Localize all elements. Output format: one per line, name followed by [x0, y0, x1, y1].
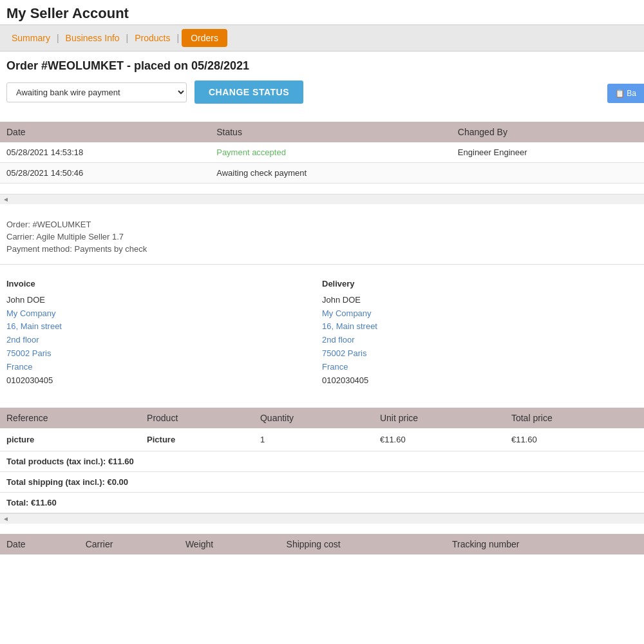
shipping-header-row: Date Carrier Weight Shipping cost Tracki… — [0, 534, 644, 554]
delivery-name: John DOE — [322, 294, 638, 307]
tab-summary[interactable]: Summary — [6, 25, 55, 51]
order-ref: Order: #WEOLUMKET — [6, 220, 638, 229]
invoice-name: John DOE — [6, 294, 322, 307]
table-row: picture Picture 1 €11.60 €11.60 — [0, 428, 644, 451]
invoice-country: France — [6, 361, 322, 374]
products-table: Reference Product Quantity Unit price To… — [0, 408, 644, 451]
history-date-2: 05/28/2021 14:50:46 — [0, 163, 210, 184]
scroll-indicator-1: ◄ — [0, 194, 644, 204]
total-label: Total: — [6, 498, 28, 507]
history-status-2: Awaiting check payment — [210, 163, 451, 184]
main-content: Order #WEOLUMKET - placed on 05/28/2021 … — [0, 52, 644, 122]
total-shipping-label: Total shipping (tax incl.): — [6, 477, 105, 487]
product-total-price: €11.60 — [505, 428, 644, 451]
shipping-table: Date Carrier Weight Shipping cost Tracki… — [0, 534, 644, 554]
nav-separator-3: | — [176, 33, 181, 43]
tab-products[interactable]: Products — [129, 25, 175, 51]
product-name: Picture — [140, 428, 254, 451]
shipping-col-tracking: Tracking number — [446, 534, 644, 554]
history-header-row: Date Status Changed By — [0, 122, 644, 142]
table-row: 05/28/2021 14:53:18 Payment accepted Eng… — [0, 142, 644, 163]
col-quantity: Quantity — [254, 408, 374, 428]
invoice-city-zip: 75002 Paris — [6, 347, 322, 361]
nav-separator-2: | — [125, 33, 130, 43]
product-quantity: 1 — [254, 428, 374, 451]
nav-bar: Summary | Business Info | Products | Ord… — [0, 24, 644, 52]
total-row: Total: €11.60 — [0, 493, 644, 513]
invoice-phone: 0102030405 — [6, 374, 322, 388]
delivery-company: My Company — [322, 307, 638, 321]
carrier-info: Carrier: Agile Multiple Seller 1.7 — [6, 232, 638, 242]
tab-orders[interactable]: Orders — [182, 29, 227, 47]
delivery-city-zip: 75002 Paris — [322, 347, 638, 361]
address-section: Invoice John DOE My Company 16, Main str… — [0, 271, 644, 393]
history-col-date: Date — [0, 122, 210, 142]
history-col-status: Status — [210, 122, 451, 142]
delivery-address1: 16, Main street — [322, 320, 638, 334]
top-right-button[interactable]: 📋 Ba — [607, 84, 644, 103]
shipping-col-carrier: Carrier — [79, 534, 179, 554]
shipping-col-date: Date — [0, 534, 79, 554]
invoice-address: Invoice John DOE My Company 16, Main str… — [6, 278, 322, 387]
order-info-section: Order: #WEOLUMKET Carrier: Agile Multipl… — [0, 212, 644, 265]
history-table: Date Status Changed By 05/28/2021 14:53:… — [0, 122, 644, 184]
col-unit-price: Unit price — [374, 408, 505, 428]
order-title: Order #WEOLUMKET - placed on 05/28/2021 — [6, 59, 638, 73]
page-header: My Seller Account — [0, 0, 644, 24]
total-shipping-row: Total shipping (tax incl.): €0.00 — [0, 472, 644, 493]
shipping-col-weight: Weight — [179, 534, 280, 554]
tab-business-info[interactable]: Business Info — [61, 25, 125, 51]
product-reference: picture — [0, 428, 140, 451]
delivery-label: Delivery — [322, 278, 638, 291]
col-total-price: Total price — [505, 408, 644, 428]
table-row: 05/28/2021 14:50:46 Awaiting check payme… — [0, 163, 644, 184]
scroll-left-arrow[interactable]: ◄ — [0, 196, 9, 203]
invoice-address1: 16, Main street — [6, 320, 322, 334]
history-status-1: Payment accepted — [210, 142, 451, 163]
total-products-label: Total products (tax incl.): — [6, 457, 106, 466]
total-shipping-value: €0.00 — [108, 477, 129, 487]
total-value: €11.60 — [31, 498, 57, 507]
col-reference: Reference — [0, 408, 140, 428]
change-status-button[interactable]: CHANGE STATUS — [194, 80, 303, 104]
total-products-row: Total products (tax incl.): €11.60 — [0, 451, 644, 472]
delivery-address: Delivery John DOE My Company 16, Main st… — [322, 278, 638, 387]
scroll-indicator-2: ◄ — [0, 513, 644, 524]
nav-separator-1: | — [55, 33, 61, 43]
status-select[interactable]: Awaiting bank wire payment Payment accep… — [6, 82, 187, 102]
products-header-row: Reference Product Quantity Unit price To… — [0, 408, 644, 428]
status-row: Awaiting bank wire payment Payment accep… — [6, 80, 638, 104]
payment-method: Payment method: Payments by check — [6, 244, 638, 254]
top-right-icon: 📋 — [615, 89, 625, 98]
delivery-country: France — [322, 361, 638, 374]
invoice-company: My Company — [6, 307, 322, 321]
history-date-1: 05/28/2021 14:53:18 — [0, 142, 210, 163]
page-title: My Seller Account — [6, 5, 638, 22]
col-product: Product — [140, 408, 254, 428]
shipping-col-cost: Shipping cost — [280, 534, 446, 554]
delivery-phone: 0102030405 — [322, 374, 638, 388]
scroll-left-arrow-2[interactable]: ◄ — [0, 515, 9, 522]
delivery-address2: 2nd floor — [322, 334, 638, 347]
invoice-label: Invoice — [6, 278, 322, 291]
total-products-value: €11.60 — [108, 457, 134, 466]
history-col-changed-by: Changed By — [451, 122, 644, 142]
history-changedby-1: Engineer Engineer — [451, 142, 644, 163]
invoice-address2: 2nd floor — [6, 334, 322, 347]
product-unit-price: €11.60 — [374, 428, 505, 451]
history-changedby-2 — [451, 163, 644, 184]
